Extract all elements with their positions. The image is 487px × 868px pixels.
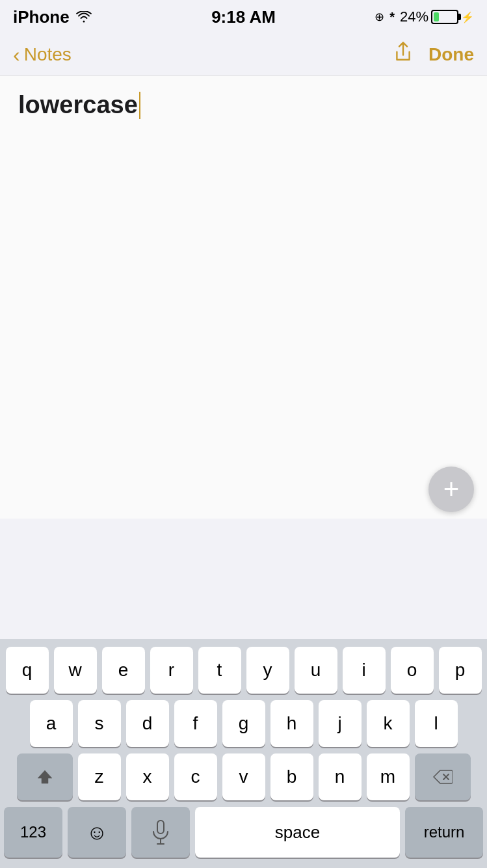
key-f[interactable]: f <box>174 700 217 747</box>
key-e[interactable]: e <box>102 647 145 694</box>
add-note-button[interactable]: + <box>428 467 474 512</box>
bluetooth-icon: * <box>389 10 395 25</box>
key-t[interactable]: t <box>198 647 241 694</box>
numbers-label: 123 <box>20 823 46 841</box>
key-z[interactable]: z <box>78 753 121 800</box>
status-bar: iPhone 9:18 AM ⊕ * 24% ⚡ <box>0 0 487 34</box>
keyboard-row-1: q w e r t y u i o p <box>4 647 483 694</box>
battery-icon <box>431 10 458 24</box>
text-cursor <box>139 92 140 119</box>
return-key[interactable]: return <box>405 807 483 858</box>
battery-fill <box>434 12 439 21</box>
navigation-bar: ‹ Notes Done <box>0 34 487 76</box>
note-area[interactable]: lowercase <box>0 76 487 519</box>
return-label: return <box>424 823 465 841</box>
time-display: 9:18 AM <box>211 7 276 27</box>
status-right: ⊕ * 24% ⚡ <box>375 8 474 25</box>
plus-icon: + <box>443 476 460 503</box>
key-j[interactable]: j <box>319 700 362 747</box>
note-content-wrapper: lowercase + <box>0 76 487 525</box>
back-button[interactable]: ‹ Notes <box>13 44 72 65</box>
space-key[interactable]: space <box>195 807 400 858</box>
chevron-left-icon: ‹ <box>13 44 20 65</box>
back-label: Notes <box>24 44 72 65</box>
key-x[interactable]: x <box>126 753 169 800</box>
key-v[interactable]: v <box>222 753 265 800</box>
nav-actions: Done <box>393 41 474 69</box>
key-s[interactable]: s <box>78 700 121 747</box>
wifi-icon <box>76 7 92 27</box>
key-w[interactable]: w <box>54 647 97 694</box>
note-title-text: lowercase <box>18 89 138 121</box>
key-n[interactable]: n <box>319 753 362 800</box>
battery-container: 24% ⚡ <box>400 8 474 25</box>
carrier-wifi: iPhone <box>13 7 92 27</box>
key-a[interactable]: a <box>30 700 73 747</box>
key-l[interactable]: l <box>415 700 458 747</box>
key-i[interactable]: i <box>343 647 386 694</box>
delete-key[interactable] <box>415 753 471 800</box>
key-o[interactable]: o <box>391 647 434 694</box>
key-g[interactable]: g <box>222 700 265 747</box>
key-r[interactable]: r <box>150 647 193 694</box>
space-label: space <box>275 822 320 843</box>
lock-icon: ⊕ <box>375 10 384 24</box>
key-b[interactable]: b <box>270 753 313 800</box>
key-d[interactable]: d <box>126 700 169 747</box>
key-p[interactable]: p <box>439 647 482 694</box>
shift-key[interactable] <box>17 753 73 800</box>
key-k[interactable]: k <box>367 700 410 747</box>
key-u[interactable]: u <box>295 647 337 694</box>
key-c[interactable]: c <box>174 753 217 800</box>
emoji-icon: ☺ <box>86 821 108 845</box>
emoji-key[interactable]: ☺ <box>68 807 126 858</box>
done-button[interactable]: Done <box>428 44 474 65</box>
battery-percent: 24% <box>400 8 428 25</box>
key-m[interactable]: m <box>367 753 410 800</box>
key-y[interactable]: y <box>246 647 289 694</box>
keyboard: q w e r t y u i o p a s d f g h j k l z … <box>0 639 487 868</box>
share-button[interactable] <box>393 41 413 69</box>
carrier-label: iPhone <box>13 7 70 27</box>
keyboard-row-3: z x c v b n m <box>4 753 483 800</box>
bolt-icon: ⚡ <box>461 11 474 23</box>
key-h[interactable]: h <box>270 700 313 747</box>
microphone-key[interactable] <box>131 807 190 858</box>
numbers-key[interactable]: 123 <box>4 807 62 858</box>
keyboard-row-2: a s d f g h j k l <box>4 700 483 747</box>
keyboard-row-4: 123 ☺ space return <box>4 807 483 858</box>
svg-rect-0 <box>157 821 164 834</box>
note-title: lowercase <box>18 89 469 121</box>
key-q[interactable]: q <box>6 647 49 694</box>
